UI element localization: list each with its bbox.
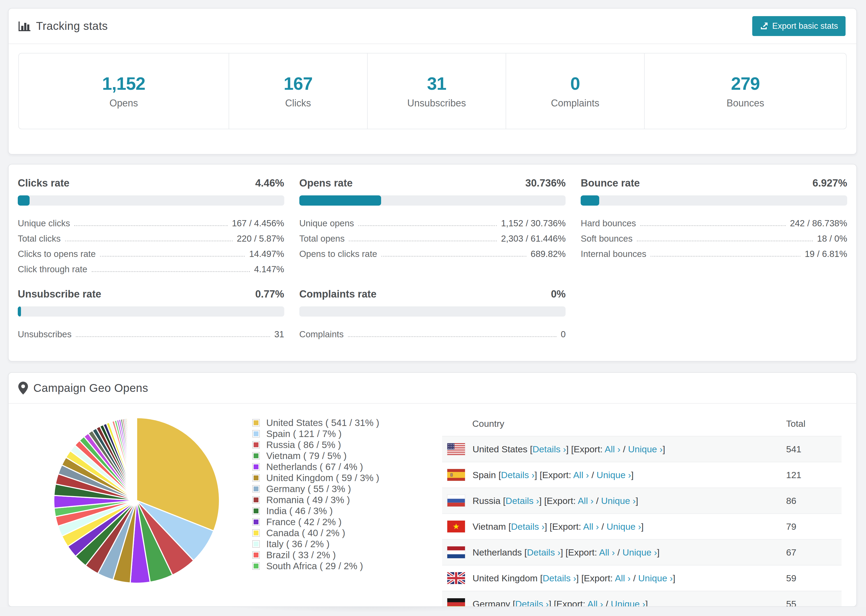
total-cell: 79 <box>786 514 842 539</box>
legend-label: United States ( 541 / 31% ) <box>266 417 379 428</box>
geo-table-row: Russia [Details ›] [Export: All › / Uniq… <box>442 488 842 514</box>
metric-value: 1,152 / 30.736% <box>501 218 565 228</box>
country-links-text: United Kingdom [Details ›] [Export: All … <box>472 573 675 583</box>
legend-item[interactable]: Russia ( 86 / 5% ) <box>252 439 442 450</box>
country-links-text: Germany [Details ›] [Export: All › / Uni… <box>472 599 648 607</box>
country-links-text: Vietnam [Details ›] [Export: All › / Uni… <box>472 522 644 532</box>
complaints-rate-title: Complaints rate <box>299 288 376 300</box>
dotted-leader <box>358 225 497 226</box>
legend-item[interactable]: Canada ( 40 / 2% ) <box>252 527 442 538</box>
unsubscribe-rate-title: Unsubscribe rate <box>18 288 101 300</box>
metric-row: Unique clicks167 / 4.456% <box>18 213 284 228</box>
details-link[interactable]: Details › <box>515 599 549 607</box>
metric-label: Unsubscribes <box>18 329 72 339</box>
legend-item[interactable]: United States ( 541 / 31% ) <box>252 417 442 428</box>
export-unique-link[interactable]: Unique › <box>622 547 657 558</box>
export-unique-link[interactable]: Unique › <box>597 470 631 480</box>
legend-item[interactable]: Romania ( 49 / 3% ) <box>252 494 442 505</box>
country-cell-container: Russia [Details ›] [Export: All › / Uniq… <box>442 488 786 514</box>
export-all-link[interactable]: All › <box>599 547 615 558</box>
legend-label: France ( 42 / 2% ) <box>266 517 342 527</box>
export-unique-link[interactable]: Unique › <box>606 522 641 532</box>
dotted-leader <box>637 240 813 241</box>
metric-value: 18 / 0% <box>817 234 847 244</box>
legend-color-chip <box>252 474 260 482</box>
metric-row: Click through rate4.147% <box>18 259 284 274</box>
stat-label: Unsubscribes <box>407 97 466 109</box>
stat-value: 31 <box>427 73 446 94</box>
export-unique-link[interactable]: Unique › <box>611 599 646 607</box>
export-all-link[interactable]: All › <box>587 599 603 607</box>
export-unique-link[interactable]: Unique › <box>601 496 636 506</box>
geo-header: Campaign Geo Opens <box>9 373 856 404</box>
export-all-link[interactable]: All › <box>615 573 631 583</box>
country-cell: United States [Details ›] [Export: All ›… <box>442 443 786 455</box>
metric-label: Unique clicks <box>18 218 70 228</box>
export-all-link[interactable]: All › <box>605 444 620 454</box>
legend-item[interactable]: Brazil ( 33 / 2% ) <box>252 549 442 560</box>
legend-item[interactable]: Vietnam ( 79 / 5% ) <box>252 450 442 461</box>
stat-cell: 31Unsubscribes <box>368 53 506 129</box>
country-links-text: Netherlands [Details ›] [Export: All › /… <box>472 547 660 558</box>
geo-body: United States ( 541 / 31% )Spain ( 121 /… <box>9 404 856 607</box>
details-link[interactable]: Details › <box>543 573 576 583</box>
legend-item[interactable]: Italy ( 36 / 2% ) <box>252 538 442 549</box>
details-link[interactable]: Details › <box>527 547 561 558</box>
country-cell: Germany [Details ›] [Export: All › / Uni… <box>442 598 786 607</box>
metric-value: 19 / 6.81% <box>805 249 847 259</box>
geo-pie-chart[interactable] <box>18 404 252 607</box>
details-link[interactable]: Details › <box>532 444 566 454</box>
legend-label: Canada ( 40 / 2% ) <box>266 528 345 538</box>
legend-item[interactable]: Spain ( 121 / 7% ) <box>252 428 442 439</box>
stat-value: 0 <box>570 73 580 94</box>
legend-item[interactable]: India ( 46 / 3% ) <box>252 505 442 516</box>
stat-label: Clicks <box>285 97 311 109</box>
legend-color-chip <box>252 518 260 526</box>
total-cell: 541 <box>786 436 842 462</box>
export-all-link[interactable]: All › <box>578 496 594 506</box>
country-cell: Russia [Details ›] [Export: All › / Uniq… <box>442 495 786 507</box>
legend-color-chip <box>252 485 260 493</box>
country-cell: Netherlands [Details ›] [Export: All › /… <box>442 546 786 558</box>
metric-label: Opens to clicks rate <box>299 249 377 259</box>
total-column-header: Total <box>786 411 842 436</box>
metric-row: Total clicks220 / 5.87% <box>18 228 284 244</box>
export-icon <box>760 22 768 30</box>
metric-label: Click through rate <box>18 264 87 274</box>
legend-item[interactable]: United Kingdom ( 59 / 3% ) <box>252 472 442 483</box>
pie-slice[interactable] <box>136 418 137 500</box>
legend-label: Russia ( 86 / 5% ) <box>266 439 341 450</box>
stat-label: Opens <box>109 97 138 109</box>
legend-color-chip <box>252 540 260 548</box>
export-unique-link[interactable]: Unique › <box>628 444 663 454</box>
bounce-rate-percent: 6.927% <box>812 178 847 189</box>
flag-us-icon <box>447 443 465 455</box>
export-all-link[interactable]: All › <box>583 522 599 532</box>
metric-row: Total opens2,303 / 61.446% <box>299 228 566 244</box>
dotted-leader <box>650 256 800 257</box>
country-cell-container: Germany [Details ›] [Export: All › / Uni… <box>442 591 786 607</box>
legend-item[interactable]: Netherlands ( 67 / 4% ) <box>252 461 442 472</box>
stat-label: Bounces <box>726 97 764 109</box>
tracking-stats-header: Tracking stats Export basic stats <box>9 9 856 44</box>
details-link[interactable]: Details › <box>501 470 535 480</box>
stat-cell: 0Complaints <box>506 53 645 129</box>
legend-label: India ( 46 / 3% ) <box>266 506 333 516</box>
legend-label: Germany ( 55 / 3% ) <box>266 484 351 494</box>
country-column-header: Country <box>442 411 786 436</box>
legend-item[interactable]: France ( 42 / 2% ) <box>252 516 442 527</box>
details-link[interactable]: Details › <box>505 496 539 506</box>
tracking-stats-card: Tracking stats Export basic stats 1,152O… <box>8 8 857 154</box>
details-link[interactable]: Details › <box>511 522 545 532</box>
metric-row: Clicks to opens rate14.497% <box>18 244 284 259</box>
export-all-link[interactable]: All › <box>573 470 589 480</box>
country-links-text: Russia [Details ›] [Export: All › / Uniq… <box>472 496 638 506</box>
flag-ru-icon <box>447 495 465 507</box>
progress-bar-fill <box>581 195 599 206</box>
export-unique-link[interactable]: Unique › <box>638 573 673 583</box>
legend-item[interactable]: Germany ( 55 / 3% ) <box>252 483 442 494</box>
export-basic-stats-button[interactable]: Export basic stats <box>752 16 846 36</box>
unsubscribe-rate-bar <box>18 306 284 317</box>
dotted-leader <box>348 336 556 337</box>
legend-item[interactable]: South Africa ( 29 / 2% ) <box>252 560 442 571</box>
